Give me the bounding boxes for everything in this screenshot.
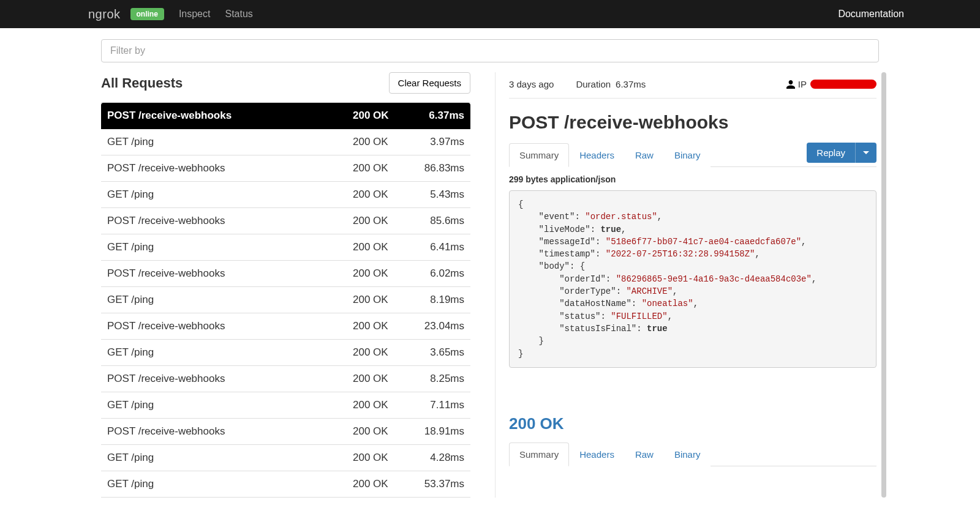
request-status: 200 OK — [353, 188, 405, 201]
request-duration: 4.28ms — [405, 452, 464, 464]
tab-headers[interactable]: Headers — [569, 143, 625, 167]
request-duration: 7.11ms — [405, 399, 464, 411]
request-body: { "event": "order.status", "liveMode": t… — [509, 190, 876, 368]
request-row[interactable]: POST /receive-webhooks200 OK23.04ms — [101, 313, 470, 340]
detail-panel: 3 days ago Duration 6.37ms IP POST /rece… — [495, 72, 879, 498]
tab-binary[interactable]: Binary — [664, 143, 711, 167]
request-method-path: POST /receive-webhooks — [107, 110, 353, 122]
filter-input[interactable] — [101, 39, 879, 62]
request-method-path: GET /ping — [107, 346, 353, 359]
request-status: 200 OK — [353, 452, 405, 464]
request-duration: 6.37ms — [405, 110, 464, 122]
request-row[interactable]: GET /ping200 OK6.41ms — [101, 234, 470, 261]
request-row[interactable]: GET /ping200 OK4.28ms — [101, 445, 470, 471]
chevron-down-icon — [863, 151, 869, 154]
request-method-path: GET /ping — [107, 241, 353, 253]
request-row[interactable]: GET /ping200 OK3.65ms — [101, 340, 470, 366]
request-status: 200 OK — [353, 215, 405, 227]
status-badge: online — [130, 8, 164, 20]
navbar: ngrok online Inspect Status Documentatio… — [0, 0, 980, 28]
ip-redacted — [810, 80, 876, 89]
request-duration: 8.19ms — [405, 294, 464, 306]
request-status: 200 OK — [353, 320, 405, 332]
replay-label[interactable]: Replay — [807, 143, 855, 163]
nav-docs[interactable]: Documentation — [838, 9, 904, 19]
request-duration: 6.02ms — [405, 267, 464, 280]
brand: ngrok — [88, 7, 121, 21]
request-method-path: POST /receive-webhooks — [107, 215, 353, 227]
content-type: 299 bytes application/json — [509, 167, 876, 190]
user-icon — [786, 80, 796, 89]
response-status: 200 OK — [509, 402, 876, 442]
scrollbar[interactable] — [881, 72, 886, 498]
nav-inspect[interactable]: Inspect — [179, 9, 211, 20]
request-status: 200 OK — [353, 425, 405, 438]
request-row[interactable]: GET /ping200 OK3.97ms — [101, 129, 470, 155]
request-row[interactable]: POST /receive-webhooks200 OK6.02ms — [101, 261, 470, 287]
request-duration: 3.97ms — [405, 136, 464, 148]
request-row[interactable]: GET /ping200 OK7.11ms — [101, 392, 470, 419]
request-status: 200 OK — [353, 162, 405, 174]
response-tab-raw[interactable]: Raw — [625, 442, 664, 466]
request-row[interactable]: POST /receive-webhooks200 OK86.83ms — [101, 155, 470, 182]
request-age: 3 days ago — [509, 79, 554, 89]
request-method-path: POST /receive-webhooks — [107, 267, 353, 280]
requests-title: All Requests — [101, 75, 183, 91]
request-status: 200 OK — [353, 136, 405, 148]
request-duration: 18.91ms — [405, 425, 464, 438]
request-status: 200 OK — [353, 110, 405, 122]
request-row[interactable]: POST /receive-webhooks200 OK8.25ms — [101, 366, 470, 392]
request-duration: 8.25ms — [405, 373, 464, 385]
ip-label: IP — [798, 79, 807, 89]
replay-dropdown-toggle[interactable] — [855, 143, 876, 163]
replay-button[interactable]: Replay — [807, 143, 876, 163]
request-duration: 3.65ms — [405, 346, 464, 359]
request-method-path: POST /receive-webhooks — [107, 320, 353, 332]
request-title: POST /receive-webhooks — [509, 99, 876, 143]
request-row[interactable]: GET /ping200 OK5.43ms — [101, 182, 470, 208]
duration-label: Duration — [576, 79, 611, 89]
response-tab-headers[interactable]: Headers — [569, 442, 625, 466]
request-tabs: Summary Headers Raw Binary — [509, 143, 807, 166]
request-status: 200 OK — [353, 294, 405, 306]
request-status: 200 OK — [353, 478, 405, 490]
request-duration: 85.6ms — [405, 215, 464, 227]
response-tabs: Summary Headers Raw Binary — [509, 442, 876, 466]
request-duration: 53.37ms — [405, 478, 464, 490]
request-row[interactable]: POST /receive-webhooks200 OK18.91ms — [101, 419, 470, 445]
nav-status[interactable]: Status — [225, 9, 252, 20]
request-duration: 23.04ms — [405, 320, 464, 332]
request-status: 200 OK — [353, 373, 405, 385]
request-status: 200 OK — [353, 267, 405, 280]
request-duration: 86.83ms — [405, 162, 464, 174]
response-tab-binary[interactable]: Binary — [664, 442, 711, 466]
request-method-path: GET /ping — [107, 399, 353, 411]
request-method-path: GET /ping — [107, 294, 353, 306]
request-row[interactable]: GET /ping200 OK8.19ms — [101, 287, 470, 313]
request-status: 200 OK — [353, 399, 405, 411]
clear-requests-button[interactable]: Clear Requests — [389, 72, 470, 94]
request-duration: 6.41ms — [405, 241, 464, 253]
request-method-path: GET /ping — [107, 452, 353, 464]
request-duration: 5.43ms — [405, 188, 464, 201]
request-method-path: GET /ping — [107, 136, 353, 148]
request-method-path: GET /ping — [107, 188, 353, 201]
request-method-path: POST /receive-webhooks — [107, 373, 353, 385]
tab-raw[interactable]: Raw — [625, 143, 664, 167]
request-list-panel: All Requests Clear Requests POST /receiv… — [101, 72, 470, 498]
request-method-path: GET /ping — [107, 478, 353, 490]
request-method-path: POST /receive-webhooks — [107, 425, 353, 438]
request-row[interactable]: GET /ping200 OK53.37ms — [101, 471, 470, 498]
request-row[interactable]: POST /receive-webhooks200 OK6.37ms — [101, 103, 470, 129]
duration-value: 6.37ms — [616, 79, 646, 89]
tab-summary[interactable]: Summary — [509, 143, 569, 167]
request-method-path: POST /receive-webhooks — [107, 162, 353, 174]
request-status: 200 OK — [353, 241, 405, 253]
request-row[interactable]: POST /receive-webhooks200 OK85.6ms — [101, 208, 470, 234]
request-status: 200 OK — [353, 346, 405, 359]
response-tab-summary[interactable]: Summary — [509, 442, 569, 466]
